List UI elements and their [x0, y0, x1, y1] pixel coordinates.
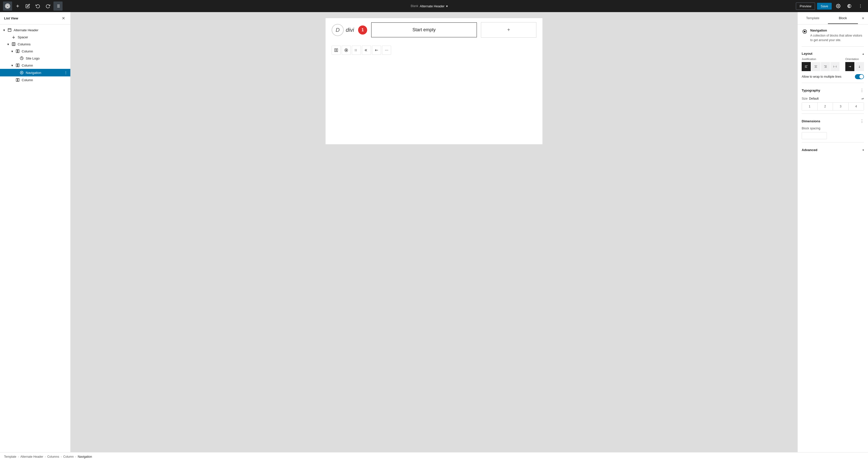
svg-point-25	[20, 71, 23, 74]
tab-block[interactable]: Block	[828, 12, 858, 24]
block-name-title: Navigation	[810, 29, 864, 32]
orientation-buttons	[845, 62, 864, 71]
nav-tool-arrows-button[interactable]	[362, 45, 371, 55]
block-description-text: A collection of blocks that allow visito…	[810, 33, 864, 42]
sidebar-item-spacer[interactable]: Spacer	[0, 34, 70, 40]
justify-right-button[interactable]	[821, 62, 830, 71]
nav-tool-bar-button[interactable]	[372, 45, 381, 55]
breadcrumb-navigation[interactable]: Navigation	[78, 455, 92, 459]
settings-button[interactable]	[834, 1, 843, 10]
svg-rect-23	[16, 64, 18, 67]
breadcrumb-columns[interactable]: Columns	[47, 455, 59, 459]
svg-point-13	[860, 6, 861, 6]
sidebar-item-column-1[interactable]: ▾ Column	[0, 48, 70, 55]
wordpress-logo[interactable]: W	[3, 1, 12, 10]
redo-button[interactable]	[43, 1, 53, 10]
divider-2	[802, 83, 864, 83]
save-button[interactable]: Save	[817, 3, 832, 9]
edit-button[interactable]	[23, 1, 32, 10]
sidebar-close-button[interactable]: ✕	[60, 15, 66, 21]
nav-tool-circle-button[interactable]	[342, 45, 351, 55]
size-4-button[interactable]: 4	[848, 103, 864, 110]
svg-point-38	[356, 51, 356, 51]
breadcrumb-alternate-header[interactable]: Alternate Header	[21, 455, 43, 459]
column2-chevron-down-icon: ▾	[10, 63, 14, 67]
main-layout: List View ✕ ▾ Alternate Header Spacer	[0, 12, 868, 452]
size-3-button[interactable]: 3	[833, 103, 848, 110]
toolbar-right: Preview Save	[796, 1, 865, 10]
nav-toolbar	[332, 43, 536, 57]
breadcrumb-column[interactable]: Column	[63, 455, 74, 459]
start-empty-button[interactable]: Start empty	[371, 23, 477, 37]
preview-button[interactable]: Preview	[796, 2, 815, 10]
svg-point-26	[21, 72, 22, 73]
sidebar-item-navigation[interactable]: Navigation ⋮	[0, 69, 70, 76]
svg-point-37	[356, 50, 356, 51]
sidebar-item-label-spacer: Spacer	[18, 35, 68, 39]
document-title-area[interactable]: Blank Alternate Header ▾	[408, 3, 450, 9]
block-spacing-label: Block spacing	[802, 127, 864, 130]
blank-label: Blank	[410, 4, 418, 8]
add-block-plus-button[interactable]: +	[481, 22, 536, 38]
nav-tool-layout-button[interactable]	[332, 45, 341, 55]
column3-indent	[10, 78, 14, 82]
advanced-section-header[interactable]: Advanced ▾	[802, 146, 864, 154]
undo-button[interactable]	[33, 1, 42, 10]
toolbar-left: W	[3, 1, 63, 10]
layout-section-header[interactable]: Layout ▴	[802, 50, 864, 58]
sidebar-title: List View	[4, 17, 18, 20]
column3-block-icon	[16, 78, 20, 82]
contrast-button[interactable]	[845, 1, 854, 10]
svg-rect-29	[335, 49, 336, 52]
right-panel-tabs: Template Block ✕	[798, 12, 868, 25]
right-panel-close-button[interactable]: ✕	[858, 12, 868, 24]
svg-rect-20	[16, 50, 18, 53]
block-description-area: Navigation A collection of blocks that a…	[802, 29, 864, 42]
site-logo-block-icon	[20, 56, 24, 61]
wrap-toggle[interactable]	[855, 74, 864, 79]
navigation-block-icon	[20, 70, 24, 75]
sidebar-item-column-2[interactable]: ▾ Column	[0, 62, 70, 69]
nav-toolbar-row	[326, 41, 542, 59]
sitelogo-indent	[14, 56, 18, 60]
list-view-button[interactable]	[54, 1, 63, 10]
typography-controls: Size Default ⇌ 1 2 3 4	[802, 97, 864, 111]
sidebar-item-column-3[interactable]: Column	[0, 76, 70, 84]
size-2-button[interactable]: 2	[817, 103, 833, 110]
canvas-header-row: D divi 1 Start empty +	[326, 18, 542, 41]
right-panel: Template Block ✕ Navigation A collection…	[797, 12, 868, 452]
nav-indent	[14, 71, 18, 75]
navigation-item-menu-icon[interactable]: ⋮	[63, 70, 68, 75]
nav-tool-more-button[interactable]	[382, 45, 391, 55]
orientation-vertical-button[interactable]	[855, 62, 864, 71]
wrap-toggle-row: Allow to wrap to multiple lines	[802, 74, 864, 79]
dimensions-menu-icon[interactable]: ⋮	[860, 119, 864, 124]
sidebar-item-site-logo[interactable]: Site Logo	[0, 55, 70, 62]
canvas-inner: D divi 1 Start empty +	[326, 18, 542, 144]
typography-menu-icon[interactable]: ⋮	[860, 88, 864, 93]
block-spacing-input[interactable]: PX	[802, 132, 827, 139]
justify-left-button[interactable]	[802, 62, 811, 71]
column2-block-icon	[16, 63, 20, 68]
justify-space-between-button[interactable]	[830, 62, 839, 71]
nav-tool-dots-button[interactable]	[352, 45, 361, 55]
sidebar-item-alternate-header[interactable]: ▾ Alternate Header	[0, 27, 70, 34]
add-block-button[interactable]	[13, 1, 22, 10]
dimensions-section-header[interactable]: Dimensions ⋮	[802, 117, 864, 126]
size-reset-icon[interactable]: ⇌	[862, 97, 864, 100]
svg-point-10	[838, 5, 839, 7]
svg-point-35	[355, 51, 355, 51]
breadcrumb-template[interactable]: Template	[4, 455, 17, 459]
layout-controls-row: Justification	[802, 58, 864, 71]
typography-section-header[interactable]: Typography ⋮	[802, 86, 864, 95]
breadcrumb-sep-4: ›	[75, 455, 76, 459]
more-options-button[interactable]	[856, 1, 865, 10]
breadcrumb-sep-3: ›	[61, 455, 62, 459]
block-spacing-field[interactable]	[802, 132, 827, 139]
tab-template[interactable]: Template	[798, 12, 828, 24]
sidebar-item-columns[interactable]: ▾ Columns	[0, 40, 70, 48]
orientation-horizontal-button[interactable]	[845, 62, 855, 71]
size-1-button[interactable]: 1	[802, 103, 817, 110]
justify-center-button[interactable]	[811, 62, 820, 71]
logo-circle: D	[332, 24, 344, 36]
